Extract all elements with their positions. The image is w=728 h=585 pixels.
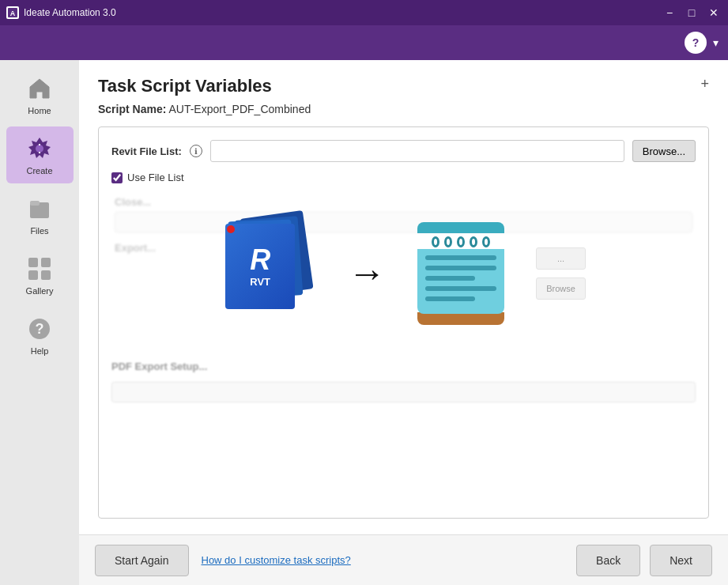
- title-bar-left: A Ideate Automation 3.0: [6, 6, 116, 19]
- window-controls: − □ ✕: [662, 5, 722, 21]
- gallery-icon: [25, 255, 54, 283]
- bottom-right: Back Next: [576, 545, 712, 576]
- main-layout: Home Create Files: [0, 60, 728, 585]
- blurred-overlay: Close... Export...: [111, 194, 696, 262]
- create-icon: [25, 134, 54, 163]
- notepad-spiral: [417, 233, 504, 249]
- sidebar-item-home[interactable]: Home: [6, 66, 74, 123]
- add-icon[interactable]: +: [700, 76, 709, 92]
- app-icon: A: [6, 6, 19, 19]
- pdf-export-row-blurred: PDF Export Setup...: [111, 360, 696, 402]
- sidebar-item-files[interactable]: Files: [6, 187, 74, 243]
- notepad-line-1: [425, 255, 496, 260]
- svg-point-2: [36, 145, 43, 153]
- minimize-button[interactable]: −: [662, 5, 677, 21]
- spiral-ring-4: [470, 236, 477, 247]
- next-button[interactable]: Next: [650, 545, 712, 576]
- info-icon[interactable]: ℹ: [190, 145, 202, 157]
- svg-rect-9: [28, 270, 38, 280]
- notepad-line-3: [425, 276, 475, 281]
- sidebar-label-home: Home: [28, 106, 51, 115]
- sidebar-item-create[interactable]: Create: [6, 126, 74, 183]
- revit-file-list-label: Revit File List:: [111, 145, 182, 157]
- sidebar-item-help[interactable]: ? Help: [6, 307, 74, 364]
- sidebar-label-files: Files: [30, 226, 48, 236]
- notepad-body: [417, 249, 504, 314]
- script-name-value: AUT-Export_PDF_Combined: [168, 103, 311, 115]
- sidebar-label-help: Help: [31, 346, 49, 356]
- content-area: Task Script Variables + Script Name: AUT…: [79, 60, 728, 534]
- notepad-line-4: [425, 286, 496, 291]
- svg-rect-8: [41, 258, 51, 267]
- customize-scripts-link[interactable]: How do I customize task scripts?: [202, 554, 351, 566]
- illustration-area: Close... Export...: [111, 194, 696, 353]
- help-button[interactable]: ?: [685, 32, 707, 54]
- bottom-left: Start Again How do I customize task scri…: [95, 545, 351, 576]
- page-title: Task Script Variables: [98, 76, 272, 96]
- files-icon: [25, 194, 54, 223]
- rvt-files-icon: R RVT: [221, 214, 316, 333]
- svg-text:A: A: [10, 9, 16, 17]
- spiral-ring-2: [444, 236, 452, 247]
- title-bar: A Ideate Automation 3.0 − □ ✕: [0, 0, 728, 25]
- pdf-export-label: PDF Export Setup...: [111, 360, 207, 372]
- side-browse-btn-2: Browse: [536, 277, 586, 300]
- start-again-button[interactable]: Start Again: [95, 545, 189, 576]
- rvt-page-front: R RVT: [225, 224, 295, 309]
- side-buttons-blurred: ... Browse: [536, 247, 586, 300]
- help-circle-icon: ?: [25, 315, 54, 343]
- revit-file-list-row: Revit File List: ℹ Browse...: [111, 140, 696, 162]
- spiral-ring-5: [482, 236, 490, 247]
- svg-rect-6: [30, 201, 40, 206]
- blurred-label-1: Close...: [115, 196, 151, 208]
- close-button[interactable]: ✕: [706, 5, 722, 21]
- spiral-ring-3: [457, 236, 465, 247]
- blurred-label-2: Export...: [115, 242, 156, 254]
- browse-button[interactable]: Browse...: [632, 140, 696, 162]
- use-file-list-label[interactable]: Use File List: [127, 172, 184, 183]
- use-file-list-checkbox[interactable]: [111, 172, 123, 183]
- use-file-list-row: Use File List: [111, 172, 696, 183]
- sidebar: Home Create Files: [0, 60, 79, 585]
- bottom-bar: Start Again How do I customize task scri…: [79, 534, 728, 585]
- script-name-label: Script Name:: [98, 103, 166, 115]
- notepad-icon: [417, 222, 504, 325]
- svg-rect-7: [28, 258, 38, 267]
- home-icon: [25, 74, 54, 103]
- revit-file-list-input[interactable]: [210, 140, 624, 162]
- svg-text:?: ?: [36, 321, 44, 337]
- dropdown-arrow[interactable]: ▾: [713, 36, 719, 49]
- top-bar: ? ▾: [0, 25, 728, 60]
- notepad-top: [417, 222, 504, 233]
- back-button[interactable]: Back: [576, 545, 640, 576]
- rvt-r-letter: R: [250, 246, 270, 274]
- sidebar-label-gallery: Gallery: [26, 286, 54, 296]
- rvt-red-dot: [227, 225, 235, 233]
- svg-rect-10: [41, 270, 51, 280]
- rvt-text: RVT: [250, 276, 270, 288]
- notepad-line-5: [425, 296, 475, 301]
- notepad-line-2: [425, 266, 496, 270]
- app-title: Ideate Automation 3.0: [24, 7, 116, 18]
- spiral-ring-1: [432, 236, 439, 247]
- maximize-button[interactable]: □: [684, 5, 700, 21]
- side-browse-btn-1: ...: [536, 247, 586, 270]
- script-name-row: Script Name: AUT-Export_PDF_Combined: [98, 103, 709, 115]
- notepad-bottom: [417, 312, 504, 325]
- form-card: Revit File List: ℹ Browse... Use File Li…: [98, 126, 709, 519]
- sidebar-item-gallery[interactable]: Gallery: [6, 247, 74, 304]
- sidebar-label-create: Create: [26, 166, 52, 176]
